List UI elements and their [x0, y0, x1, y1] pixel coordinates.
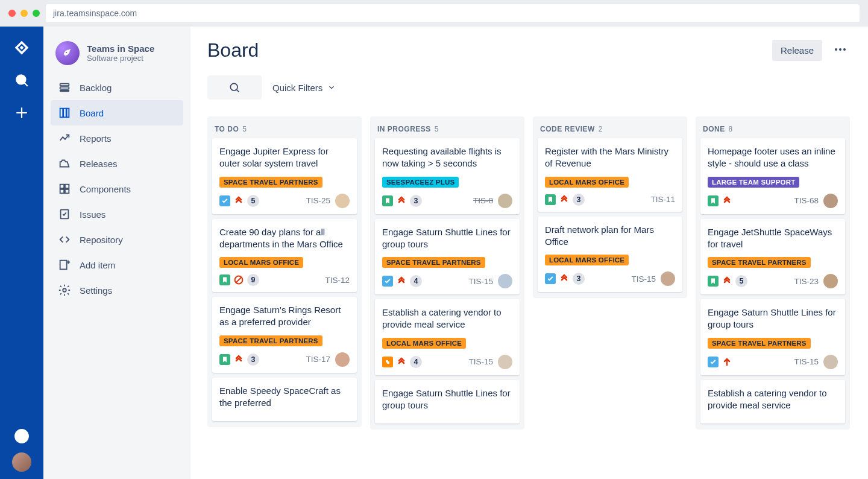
- card-title: Engage Saturn's Rings Resort as a prefer…: [219, 304, 350, 329]
- svg-point-25: [230, 83, 237, 90]
- assignee-avatar[interactable]: [823, 274, 838, 288]
- product-logo-icon[interactable]: [13, 39, 31, 57]
- task-type-icon: [382, 276, 393, 287]
- card-epic-label: LOCAL MARS OFFICE: [545, 255, 629, 265]
- issue-card[interactable]: Establish a catering vendor to provide m…: [375, 299, 520, 375]
- sidebar-item-label: Add item: [80, 260, 115, 270]
- card-title: Establish a catering vendor to provide m…: [708, 387, 838, 412]
- task-type-icon: [545, 273, 556, 284]
- column-count: 2: [599, 125, 603, 133]
- story-type-icon: [219, 354, 230, 365]
- svg-line-1: [24, 83, 27, 86]
- maximize-window-button[interactable]: [33, 10, 40, 17]
- sidebar-item-reports[interactable]: Reports: [51, 125, 183, 151]
- issue-card[interactable]: Engage Jupiter Express for outer solar s…: [212, 138, 357, 214]
- sidebar-item-repository[interactable]: Repository: [51, 227, 183, 252]
- card-title: Register with the Mars Ministry of Reven…: [545, 145, 675, 170]
- project-avatar-icon: [55, 41, 80, 65]
- sidebar-item-releases[interactable]: Releases: [51, 151, 183, 176]
- global-nav-rail: [0, 27, 43, 479]
- issue-card[interactable]: Engage Saturn Shuttle Lines for group to…: [375, 219, 520, 295]
- column-header: CODE REVIEW 2: [533, 116, 687, 138]
- svg-rect-8: [60, 87, 69, 89]
- svg-point-5: [21, 439, 22, 440]
- project-header[interactable]: Teams in Space Software project: [51, 41, 183, 75]
- board-column: CODE REVIEW 2Register with the Mars Mini…: [533, 116, 687, 298]
- card-list: Engage Jupiter Express for outer solar s…: [207, 138, 362, 421]
- create-icon[interactable]: [13, 104, 31, 122]
- story-type-icon: [708, 195, 719, 206]
- url-bar[interactable]: jira.teamsinspace.com: [46, 4, 860, 22]
- board-search-button[interactable]: [207, 75, 262, 100]
- issue-key: TIS-15: [468, 357, 493, 366]
- sidebar-item-label: Issues: [80, 209, 105, 220]
- svg-rect-15: [60, 189, 64, 193]
- minimize-window-button[interactable]: [20, 10, 28, 17]
- sidebar-item-components[interactable]: Components: [51, 176, 183, 201]
- card-title: Requesting available flights is now taki…: [382, 145, 512, 170]
- project-sidebar: Teams in Space Software project Backlog …: [43, 27, 190, 479]
- svg-point-24: [843, 48, 846, 51]
- card-meta: 9TIS-12: [219, 274, 350, 286]
- story-type-icon: [545, 194, 556, 205]
- issue-card[interactable]: Requesting available flights is now taki…: [375, 138, 520, 214]
- sidebar-item-board[interactable]: Board: [51, 100, 183, 125]
- issue-card[interactable]: Draft network plan for Mars OfficeLOCAL …: [538, 217, 682, 293]
- profile-avatar[interactable]: [12, 452, 31, 472]
- assignee-avatar[interactable]: [498, 355, 512, 369]
- issue-card[interactable]: Engage Saturn's Rings Resort as a prefer…: [212, 297, 357, 373]
- story-type-icon: [382, 195, 393, 206]
- assignee-avatar[interactable]: [498, 194, 512, 208]
- svg-point-6: [66, 52, 67, 53]
- more-menu-button[interactable]: [829, 39, 851, 62]
- assignee-avatar[interactable]: [335, 352, 350, 367]
- column-title: IN PROGRESS: [377, 125, 431, 133]
- issue-card[interactable]: Engage Saturn Shuttle Lines for group to…: [700, 299, 845, 375]
- estimate-badge: 4: [410, 275, 422, 287]
- card-title: Establish a catering vendor to provide m…: [382, 306, 512, 331]
- board-columns: TO DO 5Engage Jupiter Express for outer …: [207, 116, 851, 430]
- issue-card[interactable]: Enable Speedy SpaceCraft as the preferre…: [212, 378, 357, 422]
- svg-line-28: [236, 278, 241, 282]
- card-epic-label: SEESPACEEZ PLUS: [382, 177, 459, 188]
- column-title: DONE: [703, 125, 725, 133]
- close-window-button[interactable]: [8, 10, 16, 17]
- quick-filters-label: Quick Filters: [272, 83, 322, 93]
- page-title: Board: [207, 39, 259, 62]
- release-button[interactable]: Release: [772, 40, 822, 61]
- sidebar-item-issues[interactable]: Issues: [51, 201, 183, 227]
- issue-card[interactable]: Homepage footer uses an inline style - s…: [700, 138, 845, 214]
- sidebar-item-add-item[interactable]: Add item: [51, 252, 183, 278]
- assignee-avatar[interactable]: [498, 274, 512, 288]
- sidebar-item-settings[interactable]: Settings: [51, 278, 183, 303]
- help-icon[interactable]: [13, 427, 31, 445]
- assignee-avatar[interactable]: [823, 355, 838, 369]
- card-epic-label: LOCAL MARS OFFICE: [545, 177, 629, 188]
- issue-card[interactable]: Register with the Mars Ministry of Reven…: [538, 138, 682, 212]
- search-icon: [228, 81, 241, 94]
- quick-filters-dropdown[interactable]: Quick Filters: [272, 83, 336, 93]
- assignee-avatar[interactable]: [823, 194, 838, 208]
- svg-point-21: [63, 288, 66, 292]
- column-count: 8: [729, 125, 733, 133]
- card-meta: 3TIS-17: [219, 352, 350, 367]
- priority-highest-icon: [234, 355, 244, 364]
- card-meta: TIS-15: [708, 355, 838, 369]
- issue-card[interactable]: Engage Saturn Shuttle Lines for group to…: [375, 380, 520, 424]
- priority-highest-icon: [559, 274, 569, 284]
- priority-highest-icon: [397, 357, 406, 367]
- search-icon[interactable]: [13, 71, 31, 89]
- sidebar-item-backlog[interactable]: Backlog: [51, 75, 183, 100]
- card-title: Enable Speedy SpaceCraft as the preferre…: [219, 385, 350, 410]
- issue-card[interactable]: Create 90 day plans for all departments …: [212, 219, 357, 293]
- svg-point-0: [16, 75, 25, 84]
- svg-rect-16: [65, 189, 69, 193]
- assignee-avatar[interactable]: [335, 194, 350, 208]
- issue-card[interactable]: Engage JetShuttle SpaceWays for travelSP…: [700, 219, 845, 295]
- assignee-avatar[interactable]: [661, 271, 675, 286]
- issue-card[interactable]: Establish a catering vendor to provide m…: [700, 380, 845, 424]
- svg-rect-14: [65, 185, 69, 188]
- priority-high-icon: [722, 357, 732, 367]
- task-type-icon: [708, 357, 719, 367]
- issue-key: TIS-25: [306, 196, 330, 205]
